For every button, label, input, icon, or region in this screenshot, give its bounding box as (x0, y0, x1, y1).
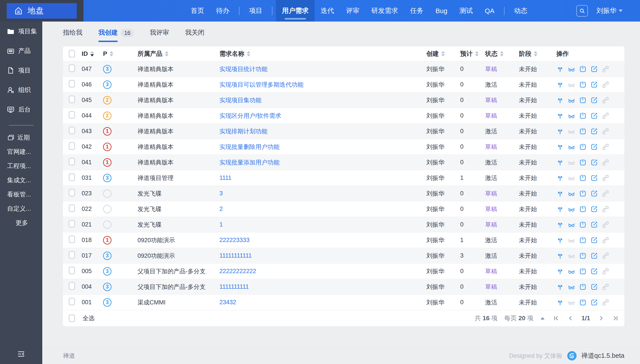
nav-item-user-story[interactable]: 用户需求 (276, 0, 315, 22)
edit-icon[interactable] (590, 128, 598, 135)
close-power-icon[interactable] (579, 252, 587, 260)
row-checkbox[interactable] (69, 80, 75, 88)
sidebar-item-project[interactable]: 项目 (0, 61, 42, 80)
story-title-link[interactable]: 2 (220, 206, 223, 212)
edit-icon[interactable] (590, 159, 598, 166)
col-header-title[interactable]: 需求名称 (220, 50, 426, 58)
nav-item-project[interactable]: 项目 (243, 0, 268, 22)
row-checkbox[interactable] (69, 236, 75, 243)
close-power-icon[interactable] (579, 159, 587, 166)
tab-created-by-me[interactable]: 我创建 16 (98, 28, 134, 38)
subdivide-icon[interactable] (556, 236, 564, 244)
sidebar-item-program[interactable]: 项目集 (0, 22, 42, 41)
sort-control[interactable] (500, 51, 504, 56)
review-glasses-icon[interactable] (568, 205, 575, 213)
nav-item-review[interactable]: 评审 (340, 0, 365, 22)
story-title-link[interactable]: 22222222222 (220, 268, 256, 274)
edit-icon[interactable] (590, 174, 598, 182)
page-size-text[interactable]: 每页20项 (504, 314, 533, 322)
sidebar-more[interactable]: 更多 (0, 216, 42, 230)
tab-closed-by-me[interactable]: 我关闭 (185, 28, 204, 38)
close-power-icon[interactable] (579, 112, 587, 120)
user-menu[interactable]: 刘振华 (596, 6, 623, 15)
edit-icon[interactable] (590, 221, 598, 228)
sidebar-shortcut-5[interactable]: 自定义... (0, 202, 42, 216)
close-power-icon[interactable] (579, 128, 587, 135)
review-glasses-icon[interactable] (568, 221, 575, 228)
subdivide-icon[interactable] (556, 205, 564, 213)
row-checkbox[interactable] (69, 204, 75, 212)
close-power-icon[interactable] (579, 299, 587, 306)
row-checkbox[interactable] (69, 251, 75, 259)
sidebar-item-product[interactable]: 产品 (0, 41, 42, 61)
story-title-link[interactable]: 11111111111 (220, 252, 252, 259)
nav-item-bug[interactable]: Bug (430, 0, 453, 22)
review-glasses-icon[interactable] (568, 268, 575, 275)
edit-icon[interactable] (590, 283, 598, 291)
nav-item-qa[interactable]: QA (479, 0, 500, 22)
nav-item-task[interactable]: 任务 (404, 0, 430, 22)
sort-control[interactable] (110, 51, 113, 56)
col-header-stage[interactable]: 阶段 (519, 50, 556, 58)
sidebar-shortcut-2[interactable]: 工程项... (0, 159, 42, 173)
story-title-link[interactable]: 1111 (220, 174, 232, 181)
story-title-link[interactable]: 实现项目统计功能 (220, 66, 268, 72)
close-power-icon[interactable] (579, 65, 587, 73)
story-title-link[interactable]: 222223333 (220, 237, 250, 243)
close-power-icon[interactable] (579, 81, 587, 88)
edit-icon[interactable] (590, 112, 598, 120)
close-power-icon[interactable] (579, 221, 587, 228)
row-checkbox[interactable] (69, 96, 75, 103)
col-header-id[interactable]: ID (82, 50, 103, 57)
close-power-icon[interactable] (579, 190, 587, 197)
subdivide-icon[interactable] (556, 252, 564, 260)
close-power-icon[interactable] (579, 283, 587, 291)
nav-item-rd-story[interactable]: 研发需求 (365, 0, 404, 22)
review-glasses-icon[interactable] (568, 112, 575, 120)
story-title-link[interactable]: 实现批量删除用户功能 (220, 144, 280, 150)
edit-icon[interactable] (590, 299, 598, 306)
sidebar-item-organization[interactable]: 组织 (0, 80, 42, 100)
story-title-link[interactable]: 实现排期计划功能 (220, 128, 268, 135)
close-power-icon[interactable] (579, 268, 587, 275)
search-button[interactable] (576, 5, 588, 17)
close-power-icon[interactable] (579, 174, 587, 182)
nav-item-dynamic[interactable]: 动态 (508, 0, 533, 22)
close-power-icon[interactable] (579, 96, 587, 104)
subdivide-icon[interactable] (556, 81, 564, 88)
row-checkbox[interactable] (69, 64, 75, 72)
review-glasses-icon[interactable] (568, 96, 575, 104)
close-power-icon[interactable] (579, 205, 587, 213)
sidebar-shortcut-3[interactable]: 集成文... (0, 173, 42, 187)
sort-control[interactable] (441, 51, 445, 56)
last-page-icon[interactable] (612, 315, 619, 321)
edit-icon[interactable] (590, 252, 598, 260)
sidebar-item-admin[interactable]: 后台 (0, 100, 42, 119)
story-title-link[interactable]: 1111111111 (220, 283, 249, 290)
story-title-link[interactable]: 实现区分用户/软件需求 (220, 112, 281, 119)
col-header-estimate[interactable]: 预计 (460, 50, 485, 58)
review-glasses-icon[interactable] (568, 128, 575, 135)
tab-reviewed-by-me[interactable]: 我评审 (150, 28, 169, 38)
review-glasses-icon[interactable] (568, 252, 575, 260)
row-checkbox[interactable] (69, 111, 75, 119)
story-title-link[interactable]: 3 (220, 190, 223, 197)
close-power-icon[interactable] (579, 143, 587, 151)
edit-icon[interactable] (590, 190, 598, 197)
sidebar-shortcut-1[interactable]: 官网建... (0, 145, 42, 159)
edit-icon[interactable] (590, 143, 598, 151)
edit-icon[interactable] (590, 268, 598, 275)
row-checkbox[interactable] (69, 127, 75, 134)
close-power-icon[interactable] (579, 236, 587, 244)
sidebar-shortcut-4[interactable]: 看板管... (0, 187, 42, 202)
subdivide-icon[interactable] (556, 221, 564, 228)
prev-page-icon[interactable] (567, 315, 573, 321)
sort-control[interactable] (90, 51, 94, 56)
row-checkbox[interactable] (69, 158, 75, 165)
row-checkbox[interactable] (69, 282, 75, 290)
edit-icon[interactable] (590, 96, 598, 104)
review-glasses-icon[interactable] (568, 299, 575, 306)
story-title-link[interactable]: 23432 (220, 299, 236, 306)
select-all-checkbox[interactable] (69, 50, 75, 58)
nav-item-iteration[interactable]: 迭代 (315, 0, 340, 22)
